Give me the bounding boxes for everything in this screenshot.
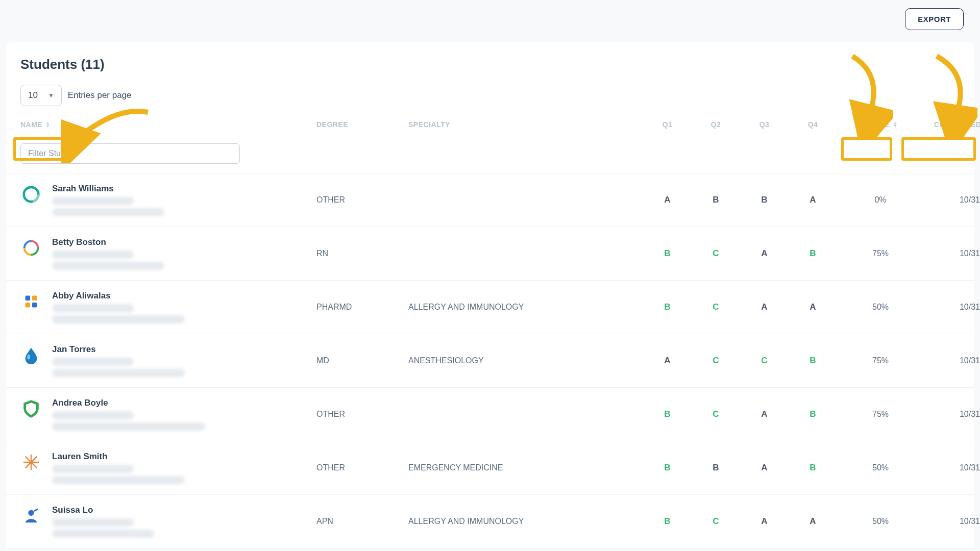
table-row[interactable]: Abby AliwalasPHARMDALLERGY AND IMMUNOLOG… xyxy=(6,281,974,334)
q3-cell: A xyxy=(740,516,789,527)
entries-per-page-label: Entries per page xyxy=(68,90,132,101)
export-button[interactable]: EXPORT xyxy=(905,8,964,30)
avatar xyxy=(20,505,42,527)
name-block: Betty Boston xyxy=(52,237,164,270)
entries-per-page-select[interactable]: 10 ▼ xyxy=(20,85,62,106)
q1-cell: B xyxy=(643,409,692,419)
score-cell: 50% xyxy=(837,463,924,472)
redacted-line xyxy=(52,465,134,473)
redacted-line xyxy=(52,530,154,538)
score-cell: 0% xyxy=(837,195,924,205)
q4-cell: A xyxy=(789,195,837,205)
redacted-line xyxy=(52,197,134,205)
student-name: Betty Boston xyxy=(52,237,164,247)
q4-cell: B xyxy=(789,248,837,259)
col-degree[interactable]: DEGREE xyxy=(316,120,408,129)
table-row[interactable]: Suissa LoAPNALLERGY AND IMMUNOLOGYBCAA50… xyxy=(6,495,974,548)
specialty-cell: EMERGENCY MEDICINE xyxy=(408,463,643,472)
degree-cell: OTHER xyxy=(316,463,408,472)
name-block: Lauren Smith xyxy=(52,452,185,484)
col-q3[interactable]: Q3 xyxy=(740,120,789,129)
table-body: Sarah WilliamsOTHERABBA0%10/31/2024Betty… xyxy=(6,173,974,548)
redacted-line xyxy=(52,476,185,484)
q2-cell: C xyxy=(692,409,740,419)
redacted-line xyxy=(52,422,205,431)
q4-cell: B xyxy=(789,463,837,473)
col-specialty[interactable]: SPECIALTY xyxy=(408,120,643,129)
entries-per-page-row: 10 ▼ Entries per page xyxy=(6,85,974,115)
sort-icon: ▲▼ xyxy=(893,121,897,128)
score-cell: 50% xyxy=(837,517,924,526)
name-block: Jan Torres xyxy=(52,344,185,377)
col-q2[interactable]: Q2 xyxy=(692,120,740,129)
table-row[interactable]: Andrea BoyleOTHERBCAB75%10/31/2024 xyxy=(6,388,974,441)
avatar xyxy=(20,452,42,473)
q4-cell: A xyxy=(789,302,837,312)
redacted-line xyxy=(52,262,164,270)
table-row[interactable]: Lauren SmithOTHEREMERGENCY MEDICINEBBAB5… xyxy=(6,441,974,495)
name-cell: Abby Aliwalas xyxy=(20,291,316,323)
col-name[interactable]: NAME ▲▼ xyxy=(20,120,316,129)
page-title: Students (11) xyxy=(6,57,974,85)
name-cell: Andrea Boyle xyxy=(20,398,316,431)
degree-cell: MD xyxy=(316,356,408,365)
col-score[interactable]: SCORE ▲▼ xyxy=(837,120,924,129)
specialty-cell: ALLERGY AND IMMUNOLOGY xyxy=(408,517,643,526)
q4-cell: B xyxy=(789,409,837,419)
score-cell: 75% xyxy=(837,356,924,365)
avatar xyxy=(20,398,42,419)
name-cell: Lauren Smith xyxy=(20,452,316,484)
students-table: NAME ▲▼ DEGREE SPECIALTY Q1 Q2 Q3 Q4 SCO… xyxy=(6,115,974,548)
name-block: Andrea Boyle xyxy=(52,398,205,431)
table-row[interactable]: Betty BostonRNBCAB75%10/31/2024 xyxy=(6,227,974,281)
q2-cell: C xyxy=(692,516,740,527)
score-cell: 50% xyxy=(837,303,924,312)
redacted-line xyxy=(52,358,134,366)
student-name: Jan Torres xyxy=(52,344,185,355)
student-name: Andrea Boyle xyxy=(52,398,205,408)
completed-at-cell: 10/31/2024 xyxy=(924,463,980,472)
completed-at-cell: 10/31/2024 xyxy=(924,356,980,365)
completed-at-cell: 10/31/2024 xyxy=(924,517,980,526)
q1-cell: B xyxy=(643,302,692,312)
col-completed-label: COMPLETED AT xyxy=(934,120,980,129)
sort-icon: ▲▼ xyxy=(45,121,50,128)
redacted-line xyxy=(52,304,134,312)
col-name-label: NAME xyxy=(20,120,42,129)
q1-cell: A xyxy=(643,195,692,205)
svg-rect-5 xyxy=(32,303,37,308)
name-block: Suissa Lo xyxy=(52,505,154,538)
q2-cell: C xyxy=(692,248,740,259)
avatar xyxy=(20,344,42,366)
q3-cell: A xyxy=(740,248,789,259)
svg-rect-4 xyxy=(26,303,31,308)
avatar xyxy=(20,184,42,205)
avatar xyxy=(20,237,42,259)
main-panel: Students (11) 10 ▼ Entries per page NAME… xyxy=(6,42,974,548)
q1-cell: B xyxy=(643,516,692,527)
redacted-line xyxy=(52,518,134,527)
filter-student-input[interactable] xyxy=(20,143,240,164)
score-cell: 75% xyxy=(837,410,924,419)
redacted-line xyxy=(52,369,185,377)
completed-at-cell: 10/31/2024 xyxy=(924,303,980,312)
col-q1[interactable]: Q1 xyxy=(643,120,692,129)
q3-cell: C xyxy=(740,356,789,366)
q3-cell: A xyxy=(740,409,789,419)
col-q4[interactable]: Q4 xyxy=(789,120,837,129)
q2-cell: B xyxy=(692,463,740,473)
redacted-line xyxy=(52,251,134,259)
table-row[interactable]: Jan TorresMDANESTHESIOLOGYACCB75%10/31/2… xyxy=(6,334,974,388)
student-name: Sarah Williams xyxy=(52,184,164,194)
q4-cell: B xyxy=(789,356,837,366)
entries-value: 10 xyxy=(28,90,38,101)
completed-at-cell: 10/31/2024 xyxy=(924,249,980,258)
svg-rect-3 xyxy=(32,296,37,301)
degree-cell: OTHER xyxy=(316,195,408,205)
table-row[interactable]: Sarah WilliamsOTHERABBA0%10/31/2024 xyxy=(6,173,974,227)
name-block: Sarah Williams xyxy=(52,184,164,216)
col-completed-at[interactable]: COMPLETED AT ▲▼ xyxy=(924,120,980,129)
redacted-line xyxy=(52,411,134,419)
specialty-cell: ALLERGY AND IMMUNOLOGY xyxy=(408,303,643,312)
q2-cell: B xyxy=(692,195,740,205)
